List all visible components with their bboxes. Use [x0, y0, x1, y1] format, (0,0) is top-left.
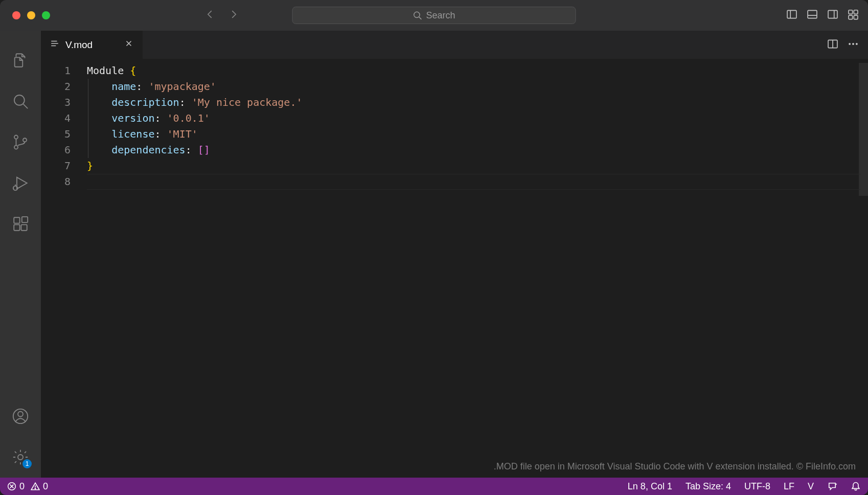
svg-point-12 — [14, 136, 18, 139]
svg-rect-3 — [808, 10, 817, 18]
activity-bar: 1 — [0, 31, 41, 478]
svg-point-14 — [23, 138, 27, 142]
svg-rect-18 — [21, 224, 27, 230]
svg-rect-7 — [849, 10, 853, 14]
code-line[interactable]: description: 'My nice package.' — [87, 95, 868, 110]
toggle-secondary-sidebar-button[interactable] — [827, 9, 838, 22]
layout-controls — [786, 9, 859, 22]
titlebar: Search — [0, 0, 868, 31]
code-line[interactable]: name: 'mypackage' — [87, 79, 868, 95]
svg-rect-8 — [854, 10, 858, 14]
customize-layout-button[interactable] — [848, 9, 859, 22]
window-controls — [12, 11, 50, 19]
status-eol[interactable]: LF — [784, 481, 794, 492]
watermark-caption: .MOD file open in Microsoft Visual Studi… — [494, 459, 856, 475]
tab-bar: V.mod — [41, 31, 868, 59]
nav-history — [204, 9, 239, 22]
window-maximize-button[interactable] — [42, 11, 50, 19]
settings-badge: 1 — [22, 459, 32, 468]
accounts-button[interactable] — [0, 396, 41, 437]
svg-point-29 — [852, 43, 854, 45]
run-debug-tab[interactable] — [0, 163, 41, 204]
line-number: 3 — [41, 95, 71, 110]
text-editor[interactable]: 12345678 Module { name: 'mypackage' desc… — [41, 59, 868, 478]
tab-label: V.mod — [65, 39, 93, 51]
status-bar: 0 0 Ln 8, Col 1 Tab Size: 4 UTF-8 LF V — [0, 478, 868, 495]
tab-close-button[interactable] — [124, 39, 133, 51]
search-tab[interactable] — [0, 81, 41, 122]
nav-back-button[interactable] — [204, 9, 216, 22]
svg-point-28 — [849, 43, 851, 45]
line-number: 1 — [41, 63, 71, 79]
status-cursor-position[interactable]: Ln 8, Col 1 — [628, 481, 672, 492]
file-icon — [50, 39, 59, 51]
svg-point-30 — [856, 43, 858, 45]
search-icon — [413, 11, 422, 20]
nav-forward-button[interactable] — [228, 9, 239, 22]
window-minimize-button[interactable] — [27, 11, 35, 19]
toggle-panel-button[interactable] — [807, 9, 818, 22]
svg-rect-5 — [828, 10, 837, 18]
line-number: 8 — [41, 174, 71, 190]
line-number-gutter: 12345678 — [41, 63, 87, 478]
status-encoding[interactable]: UTF-8 — [744, 481, 770, 492]
code-line[interactable] — [87, 174, 868, 190]
svg-rect-19 — [22, 217, 28, 222]
code-line[interactable]: Module { — [87, 63, 868, 79]
code-content[interactable]: Module { name: 'mypackage' description: … — [87, 63, 868, 478]
toggle-primary-sidebar-button[interactable] — [786, 9, 797, 22]
error-count: 0 — [19, 481, 25, 492]
bell-icon — [851, 481, 861, 491]
code-line[interactable]: } — [87, 158, 868, 174]
svg-point-13 — [14, 145, 18, 149]
minimap-slider[interactable] — [859, 63, 868, 196]
line-number: 4 — [41, 110, 71, 126]
editor-group: V.mod 12345678 Module { name: 'mypackage… — [41, 31, 868, 478]
feedback-icon — [827, 481, 837, 491]
svg-point-22 — [18, 455, 23, 460]
svg-rect-10 — [854, 15, 858, 19]
window-close-button[interactable] — [12, 11, 20, 19]
split-editor-button[interactable] — [827, 38, 838, 52]
explorer-tab[interactable] — [0, 40, 41, 81]
status-indentation[interactable]: Tab Size: 4 — [686, 481, 731, 492]
svg-rect-17 — [14, 224, 19, 230]
svg-point-33 — [35, 488, 35, 489]
svg-rect-1 — [787, 10, 796, 18]
code-line[interactable]: version: '0.0.1' — [87, 110, 868, 126]
warning-count: 0 — [43, 481, 48, 492]
svg-rect-16 — [14, 217, 19, 223]
status-notifications-button[interactable] — [851, 481, 861, 491]
more-actions-button[interactable] — [848, 38, 859, 52]
status-problems[interactable]: 0 0 — [7, 481, 48, 492]
indent-guide — [88, 79, 88, 158]
line-number: 7 — [41, 158, 71, 174]
line-number: 6 — [41, 142, 71, 158]
status-feedback-button[interactable] — [827, 481, 837, 491]
extensions-tab[interactable] — [0, 204, 41, 244]
status-language-mode[interactable]: V — [808, 481, 814, 492]
line-number: 5 — [41, 126, 71, 142]
svg-rect-9 — [849, 15, 853, 19]
error-icon — [7, 482, 16, 491]
tab-vmod[interactable]: V.mod — [41, 31, 143, 59]
svg-point-21 — [18, 412, 23, 417]
command-center-search[interactable]: Search — [292, 7, 576, 24]
warning-icon — [31, 482, 40, 491]
code-line[interactable]: license: 'MIT' — [87, 126, 868, 142]
code-line[interactable]: dependencies: [] — [87, 142, 868, 158]
line-number: 2 — [41, 79, 71, 95]
settings-button[interactable]: 1 — [0, 437, 41, 478]
svg-point-0 — [414, 12, 420, 17]
search-placeholder: Search — [426, 10, 455, 21]
source-control-tab[interactable] — [0, 122, 41, 163]
svg-point-11 — [14, 95, 25, 105]
